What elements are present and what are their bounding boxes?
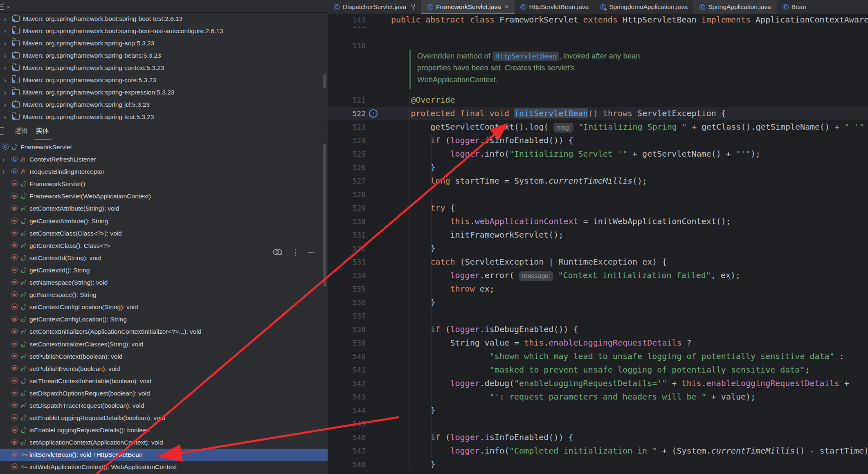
editor-tab[interactable]: CSpringdemoApplication.java: [594, 0, 693, 14]
structure-item[interactable]: mgetContextAttribute(): String: [0, 215, 328, 227]
method-icon: m: [11, 205, 18, 211]
structure-item-label: setContextClass(Class<?>): void: [29, 227, 122, 240]
maven-item-label: Maven: org.springframework:spring-beans:…: [23, 49, 161, 62]
maven-tree-item[interactable]: ›Maven: org.springframework.boot:spring-…: [0, 25, 328, 37]
line-number: 536: [328, 296, 366, 309]
chevron-down-icon[interactable]: ⌄: [6, 2, 11, 9]
public-unlock-icon: [21, 194, 26, 199]
line-number: 546: [328, 431, 366, 444]
structure-item[interactable]: msetApplicationContext(ApplicationContex…: [0, 436, 328, 449]
maven-tree-item[interactable]: ›Maven: org.springframework:spring-conte…: [0, 62, 328, 74]
line-number: 548: [328, 458, 366, 471]
structure-item[interactable]: mFrameworkServlet(): [0, 178, 328, 190]
structure-item-label: initServletBean(): void ↑HttpServletBean: [29, 449, 143, 461]
structure-item[interactable]: msetEnableLoggingRequestDetails(boolean)…: [0, 412, 328, 424]
chevron-right-icon[interactable]: ›: [4, 109, 6, 121]
structure-item[interactable]: ›CRequestBindingInterceptor: [0, 166, 328, 178]
code-text: logger.debug("enableLoggingRequestDetail…: [391, 377, 849, 390]
maven-tree-item[interactable]: ›Maven: org.springframework:spring-core:…: [0, 74, 328, 86]
structure-item[interactable]: msetNamespace(String): void: [0, 276, 328, 289]
structure-item[interactable]: mgetContextId(): String: [0, 264, 328, 276]
structure-item-label: setContextAttribute(String): void: [29, 202, 119, 215]
structure-item[interactable]: msetDispatchTraceRequest(boolean): void: [0, 400, 328, 412]
method-icon: m: [11, 316, 18, 322]
run-class-icon: C: [600, 4, 606, 10]
tree-scrollbar[interactable]: [323, 74, 326, 88]
structure-item[interactable]: misEnableLoggingRequestDetails(): boolea…: [0, 424, 328, 436]
structure-item-label: FrameworkServlet: [20, 141, 72, 153]
editor-tab[interactable]: CHttpServletBean.java: [515, 0, 595, 14]
editor-tab[interactable]: CBean: [777, 0, 812, 14]
editor-tab[interactable]: CSpringApplication.java: [693, 0, 776, 14]
overrides-icon[interactable]: ↑: [369, 109, 378, 118]
tool-window-header[interactable]: ⌄: [0, 0, 328, 13]
pin-icon[interactable]: [411, 4, 416, 10]
structure-scrollbar[interactable]: [323, 144, 326, 287]
tab-entity[interactable]: 实体: [34, 121, 52, 140]
class-icon: C: [520, 4, 526, 10]
line-number: 528: [328, 188, 366, 201]
maven-tree-item[interactable]: ›Maven: org.springframework:spring-jcl:5…: [0, 99, 328, 111]
maven-tree-item[interactable]: ›Maven: org.springframework:spring-expre…: [0, 86, 328, 99]
line-number: 529: [328, 201, 366, 215]
structure-item[interactable]: msetContextConfigLocation(String): void: [0, 301, 328, 313]
structure-panel-header: 逻辑 实体 ⋮ ─: [0, 121, 328, 142]
code-editor[interactable]: CDispatcherServlet.javaCFrameworkServlet…: [328, 0, 868, 474]
structure-item[interactable]: msetThreadContextInheritable(boolean): v…: [0, 375, 328, 387]
method-icon: m: [11, 390, 18, 396]
structure-item[interactable]: msetDispatchOptionsRequest(boolean): voi…: [0, 387, 328, 400]
structure-item[interactable]: mgetContextConfigLocation(): String: [0, 313, 328, 326]
bookmark-icon[interactable]: [0, 127, 4, 135]
class-icon: C: [699, 4, 705, 10]
code-line: 548 }: [328, 458, 868, 471]
structure-item[interactable]: mFrameworkServlet(WebApplicationContext): [0, 190, 328, 202]
structure-item[interactable]: msetPublishContext(boolean): void: [0, 350, 328, 363]
editor-tab[interactable]: CFrameworkServlet.java×: [421, 0, 514, 14]
structure-item[interactable]: CFrameworkServlet: [0, 141, 328, 153]
maven-tree-item[interactable]: ›Maven: org.springframework:spring-aop:5…: [0, 37, 328, 49]
structure-item[interactable]: minitServletBean(): void ↑HttpServletBea…: [0, 449, 328, 461]
editor-tab[interactable]: CDispatcherServlet.java: [328, 0, 421, 14]
structure-item-label: setApplicationContext(ApplicationContext…: [29, 436, 163, 449]
maven-tree-item[interactable]: ›Maven: org.springframework.boot:spring-…: [0, 13, 328, 25]
structure-item[interactable]: msetContextInitializers(ApplicationConte…: [0, 326, 328, 338]
code-text: if (logger.isDebugEnabled()) {: [391, 323, 578, 336]
line-number: 531: [328, 228, 366, 242]
structure-item[interactable]: minitWebApplicationContext(): WebApplica…: [0, 461, 328, 473]
library-folder-icon: [12, 89, 20, 95]
code-line: 524 if (logger.isInfoEnabled()) {: [328, 134, 868, 147]
library-folder-icon: [12, 28, 20, 34]
line-number: 523: [328, 120, 366, 134]
sticky-class-declaration-line: 143 public abstract class FrameworkServl…: [328, 14, 868, 26]
structure-item[interactable]: msetContextId(String): void: [0, 252, 328, 264]
chevron-right-icon[interactable]: ›: [2, 164, 4, 180]
structure-item[interactable]: msetContextAttribute(String): void: [0, 202, 328, 215]
structure-item[interactable]: msetPublishEvents(boolean): void: [0, 363, 328, 375]
sticky-line-number: 143: [328, 14, 366, 26]
method-icon: m: [11, 427, 18, 433]
maven-tree-item[interactable]: ›Maven: org.springframework:spring-test:…: [0, 111, 328, 121]
structure-item[interactable]: msetContextInitializerClasses(String): v…: [0, 338, 328, 350]
structure-item[interactable]: mgetNamespace(): String: [0, 289, 328, 301]
method-icon: m: [11, 328, 18, 334]
code-line: 531 initFrameworkServlet();: [328, 228, 868, 242]
close-icon[interactable]: ×: [505, 3, 509, 11]
tab-label: DispatcherServlet.java: [343, 3, 406, 11]
code-line: 547 logger.info("Completed initializatio…: [328, 444, 868, 458]
structure-item[interactable]: mgetContextClass(): Class<?>: [0, 240, 328, 252]
public-unlock-icon: [21, 292, 26, 297]
structure-item[interactable]: msetContextClass(Class<?>): void: [0, 227, 328, 240]
code-text: String value = this.enableLoggingRequest…: [391, 336, 692, 350]
method-icon: m: [11, 463, 18, 470]
code-text: initFrameworkServlet();: [391, 228, 563, 242]
code-line: 528: [328, 188, 868, 201]
code-text: }: [391, 296, 435, 309]
line-number: 521: [328, 93, 366, 107]
maven-item-label: Maven: org.springframework:spring-aop:5.…: [23, 37, 154, 49]
structure-item[interactable]: ›CContextRefreshListener: [0, 153, 328, 166]
structure-item-label: getContextAttribute(): String: [29, 215, 108, 227]
method-icon: m: [11, 267, 18, 273]
line-number: 533: [328, 255, 366, 269]
maven-tree-item[interactable]: ›Maven: org.springframework:spring-beans…: [0, 49, 328, 62]
tab-logical[interactable]: 逻辑: [12, 121, 30, 140]
